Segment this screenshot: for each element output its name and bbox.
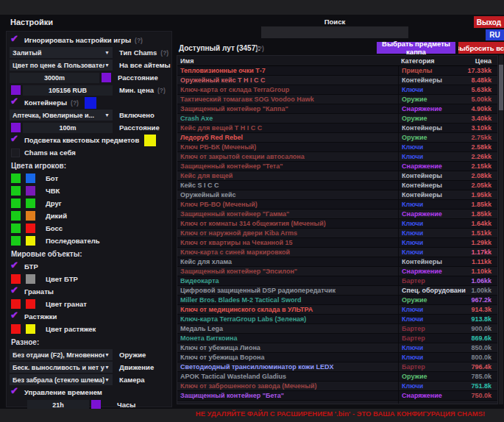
loot-row[interactable]: Crash Axe Оружие 3.40kk: [177, 114, 497, 124]
color-swatch-visible[interactable]: [11, 299, 21, 309]
loot-row[interactable]: Ключ-карта от склада TerraGroup Ключи 5.…: [177, 85, 497, 95]
quest-highlight-checkbox[interactable]: [11, 136, 20, 145]
time-control-checkbox[interactable]: [11, 388, 20, 397]
chams-type-dropdown[interactable]: Залитый ▼: [10, 47, 113, 58]
loot-row[interactable]: Кейс для хлама Контейнеры 1.11kk: [177, 257, 497, 267]
all-items-dropdown[interactable]: Цвет по цене & Пользователь ▼: [10, 60, 113, 71]
loot-row[interactable]: Цифровой защищенный DSP радиопередатчик …: [177, 286, 497, 296]
help-icon[interactable]: (?): [135, 37, 143, 44]
container-distance-input[interactable]: 100m: [23, 123, 113, 133]
min-price-color-swatch[interactable]: [11, 85, 21, 95]
help-icon[interactable]: (?): [160, 49, 168, 57]
item-price: 5.63kk: [466, 86, 497, 93]
loot-row[interactable]: Ледоруб Red Rebel Оружие 2.75kk: [177, 133, 497, 143]
loot-row[interactable]: Кейс для вещей Контейнеры 2.08kk: [177, 171, 497, 181]
select-kappa-items-button[interactable]: Выбрать предметы каппа: [377, 42, 455, 54]
loot-row[interactable]: Оружейный кейс Контейнеры 1.95kk: [177, 190, 497, 200]
loot-row[interactable]: Ключ-карта TerraGroup Labs (Зеленая) Клю…: [177, 315, 497, 324]
item-name: Ключ от закрытой секции автосалона: [177, 153, 398, 160]
loot-row[interactable]: [177, 401, 497, 404]
column-header-price[interactable]: Цена: [466, 57, 497, 65]
quest-color-swatch[interactable]: [144, 135, 156, 146]
loot-row[interactable]: Тепловизионные очки Т-7 Прицелы 17.33kk: [177, 66, 497, 76]
item-name: Ключ от комнаты 314 общежития (Меченый): [177, 220, 398, 227]
loot-row[interactable]: Защищенный контейнер "Гамма" Снаряжение …: [177, 210, 497, 219]
loot-row[interactable]: Защищенный контейнер "Каппа" Снаряжение …: [177, 104, 497, 114]
chams-self-checkbox[interactable]: [11, 149, 20, 157]
container-distance-color-swatch[interactable]: [11, 123, 21, 132]
color-swatch-hidden[interactable]: [26, 223, 35, 233]
btr-checkbox[interactable]: [11, 262, 20, 271]
color-swatch-visible[interactable]: [11, 324, 21, 334]
min-price-input[interactable]: 105156 RUB: [23, 85, 113, 96]
color-swatch-visible[interactable]: [11, 199, 21, 208]
movement-dropdown[interactable]: Беск. выносливость и нет уста ▼: [10, 362, 113, 373]
language-button[interactable]: RU: [486, 29, 504, 40]
help-icon[interactable]: (?): [71, 99, 79, 107]
loot-row[interactable]: Защищенный контейнер "Тета" Снаряжение 2…: [177, 162, 497, 171]
search-input[interactable]: [261, 26, 408, 38]
containers-color-swatch[interactable]: [85, 97, 96, 109]
camera-dropdown[interactable]: Без забрала (стекло шлема) ▼: [10, 374, 113, 385]
help-icon[interactable]: (?): [256, 45, 264, 52]
dropdown-value: Аптечка, Ювелирные и...: [13, 112, 104, 119]
tripwires-checkbox[interactable]: [11, 312, 20, 321]
loot-row[interactable]: Ключ от убежища Ворона Ключи 800.0k: [177, 353, 497, 362]
loot-row[interactable]: Miller Bros. Blades M-2 Tactical Sword О…: [177, 296, 497, 305]
loot-row[interactable]: Ключ от квартиры на Чеканной 15 Ключи 1.…: [177, 238, 497, 248]
color-swatch-visible[interactable]: [11, 211, 21, 221]
column-header-name[interactable]: Имя: [177, 57, 398, 65]
loot-row[interactable]: Ключ от закрытой секции автосалона Ключи…: [177, 152, 497, 162]
loot-row[interactable]: Монета Биткоина Бартер 869.6k: [177, 334, 497, 343]
exit-button[interactable]: Выход: [474, 16, 504, 28]
scrollbar-thumb[interactable]: [499, 65, 503, 110]
color-swatch-hidden[interactable]: [26, 211, 35, 221]
item-name: Ключ от убежища Ворона: [177, 354, 398, 361]
distance-color-swatch[interactable]: [102, 73, 111, 82]
grenades-checkbox[interactable]: [11, 287, 20, 296]
loot-row[interactable]: Светодиодный трансиллюминатор кожи LEDX …: [177, 362, 497, 372]
loot-row[interactable]: Ключ-карта с синей маркировкой Ключи 1.1…: [177, 248, 497, 257]
color-swatch-hidden[interactable]: [26, 186, 35, 196]
loot-row[interactable]: APOK Tactical Wasteland Gladius Оружие 7…: [177, 372, 497, 382]
loot-row[interactable]: Медаль Lega Бартер 900.0k: [177, 324, 497, 334]
setting-quest-highlight: Подсветка квестовых предметов: [10, 134, 168, 146]
drop-all-button[interactable]: Выбросить все: [458, 42, 504, 54]
color-swatch-hidden[interactable]: [26, 324, 35, 334]
loot-row[interactable]: Ключ от комнаты 314 общежития (Меченый) …: [177, 219, 497, 229]
ignore-game-settings-checkbox[interactable]: [11, 36, 20, 45]
distance-input[interactable]: 3000m: [10, 73, 99, 83]
container-filter-dropdown[interactable]: Аптечка, Ювелирные и... ▼: [10, 110, 113, 121]
color-swatch-hidden[interactable]: [26, 299, 35, 309]
loot-row[interactable]: Ключ РБ-ВО (Меченый) Ключи 1.85kk: [177, 200, 497, 210]
color-swatch-visible[interactable]: [11, 174, 21, 183]
column-header-category[interactable]: Категория: [398, 56, 466, 65]
color-swatch-hidden[interactable]: [26, 274, 35, 284]
color-swatch-hidden[interactable]: [26, 199, 35, 208]
loot-row[interactable]: Ключ от медицинского склада в УЛЬТРА Клю…: [177, 305, 497, 315]
item-price: 785.0k: [466, 373, 497, 380]
setting-label: Контейнеры: [24, 99, 67, 107]
color-swatch-hidden[interactable]: [26, 236, 35, 246]
loot-row[interactable]: Ключ от наружной двери Kiba Arms Ключи 1…: [177, 229, 497, 238]
loot-row[interactable]: Ключ РБ-БК (Меченый) Ключи 2.58kk: [177, 143, 497, 152]
containers-checkbox[interactable]: [11, 99, 20, 107]
loot-row[interactable]: Кейс для вещей T H I C C Контейнеры 3.10…: [177, 124, 497, 133]
weapon-dropdown[interactable]: Без отдачи (F2), Мгновенное п ▼: [10, 349, 113, 360]
loot-row[interactable]: Защищенный контейнер "Бета" Снаряжение 7…: [177, 391, 497, 401]
loot-row[interactable]: Видеокарта Бартер 1.06kk: [177, 276, 497, 286]
color-swatch-visible[interactable]: [11, 186, 21, 196]
loot-row[interactable]: Ключ от заброшенного завода (Меченый) Кл…: [177, 382, 497, 391]
help-icon[interactable]: (?): [157, 87, 166, 94]
loot-row[interactable]: Защищенный контейнер "Эпсилон" Снаряжени…: [177, 267, 497, 276]
color-swatch-hidden[interactable]: [26, 174, 35, 183]
color-swatch-visible[interactable]: [11, 236, 21, 246]
loot-row[interactable]: Кейс S I C C Контейнеры 2.05kk: [177, 181, 497, 190]
item-price: 1.85kk: [466, 201, 497, 208]
loot-row[interactable]: Оружейный кейс T H I C C Контейнеры 8.48…: [177, 76, 497, 85]
color-swatch-visible[interactable]: [11, 223, 21, 233]
loot-row[interactable]: Тактический томагавк SOG Voodoo Hawk Ору…: [177, 95, 497, 104]
color-swatch-visible[interactable]: [11, 274, 21, 284]
table-scrollbar[interactable]: [499, 55, 503, 404]
loot-row[interactable]: Ключ от убежища Лиона Ключи 850.0k: [177, 343, 497, 353]
